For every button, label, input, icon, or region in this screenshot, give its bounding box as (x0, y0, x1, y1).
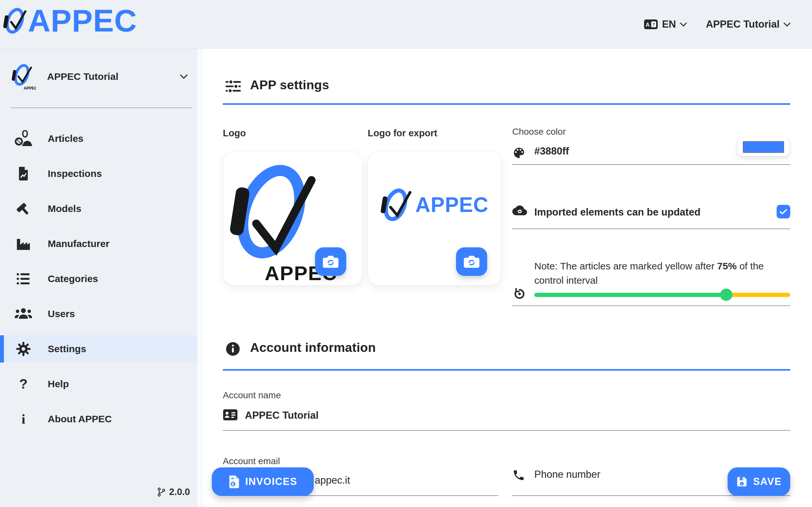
logo-export-upload-card[interactable]: APPEC (368, 151, 501, 286)
top-bar: APPEC A 7 EN APPEC Tutorial (0, 0, 812, 49)
account-name-field[interactable]: APPEC Tutorial (245, 410, 319, 421)
slider-fill-green (534, 293, 726, 297)
language-label: EN (662, 18, 676, 30)
main-content: APP settings Logo Logo for export Choose… (202, 49, 812, 507)
field-underline (512, 164, 790, 165)
sidebar-item-models[interactable]: Models (0, 195, 198, 222)
reload-export-logo-button[interactable] (456, 247, 487, 276)
color-swatch (743, 141, 784, 153)
svg-text:A: A (646, 22, 650, 28)
color-value-field[interactable]: #3880ff (534, 146, 569, 157)
sidebar-item-label: Users (48, 308, 75, 320)
sidebar-item-articles[interactable]: Articles (0, 125, 198, 152)
sidebar-nav: Articles Inspections (0, 125, 198, 433)
app-version: 2.0.0 (157, 487, 190, 497)
git-branch-icon (157, 487, 166, 497)
camera-sync-icon (464, 255, 479, 269)
svg-text:APPEC: APPEC (24, 86, 36, 91)
sidebar-item-label: Categories (48, 273, 98, 284)
cloud-sync-icon (512, 205, 527, 218)
language-selector[interactable]: A 7 EN (644, 18, 687, 30)
svg-text:7: 7 (653, 22, 655, 27)
imported-elements-checkbox[interactable] (776, 205, 790, 218)
sidebar-item-about[interactable]: i About APPEC (0, 405, 198, 433)
chevron-down-icon (783, 22, 791, 26)
sidebar-item-categories[interactable]: Categories (0, 265, 198, 292)
sidebar-item-inspections[interactable]: Inspections (0, 160, 198, 187)
account-email-label: Account email (223, 456, 280, 466)
slider-thumb[interactable] (720, 289, 732, 301)
chevron-down-icon (680, 22, 687, 26)
invoices-button-label: INVOICES (245, 476, 297, 488)
account-email-field[interactable]: appec.it (315, 474, 350, 486)
control-interval-note: Note: The articles are marked yellow aft… (534, 259, 794, 288)
app-logo-horizontal: APPEC (368, 183, 501, 227)
logo-label: Logo (223, 128, 246, 138)
palette-icon (512, 146, 526, 161)
sidebar-scrollbar[interactable] (197, 49, 202, 507)
list-icon (13, 272, 34, 286)
phone-number-field[interactable]: Phone number (534, 469, 600, 481)
sidebar-item-label: Models (48, 203, 81, 214)
sidebar-item-label: Articles (48, 133, 84, 144)
version-number: 2.0.0 (169, 487, 190, 497)
factory-icon (13, 237, 34, 250)
topbar-controls: A 7 EN APPEC Tutorial (644, 0, 791, 49)
sidebar-item-label: Help (48, 379, 69, 390)
save-button[interactable]: SAVE (727, 467, 790, 496)
chevron-down-icon (180, 74, 188, 79)
info-icon (225, 341, 240, 358)
sidebar-item-settings[interactable]: Settings (0, 335, 198, 362)
sidebar-item-users[interactable]: Users (0, 300, 198, 328)
sidebar: APPEC APPEC Tutorial Artic (0, 49, 202, 507)
account-menu-label: APPEC Tutorial (706, 18, 779, 30)
reload-logo-button[interactable] (315, 247, 346, 276)
account-name-label: Account name (223, 390, 281, 400)
app-settings-title: APP settings (250, 78, 329, 92)
invoices-button[interactable]: $ INVOICES (212, 467, 314, 496)
sidebar-item-label: Settings (48, 343, 86, 354)
check-icon (779, 207, 788, 216)
sidebar-item-help[interactable]: ? Help (0, 370, 198, 398)
account-menu[interactable]: APPEC Tutorial (706, 18, 791, 30)
app-logo: APPEC (3, 5, 137, 36)
sidebar-account-switcher[interactable]: APPEC APPEC Tutorial (0, 60, 198, 94)
sidebar-item-label: About APPEC (48, 413, 112, 425)
field-underline (223, 430, 790, 431)
note-percent-value: 75% (717, 261, 737, 271)
inspection-document-icon (13, 167, 34, 181)
control-interval-slider[interactable] (534, 293, 790, 297)
sidebar-account-label: APPEC Tutorial (47, 71, 118, 82)
field-underline (512, 228, 790, 229)
tune-sliders-icon (225, 79, 241, 95)
sidebar-item-label: Inspections (48, 168, 102, 179)
sidebar-divider (10, 107, 192, 108)
appec-settings-page: APPEC A 7 EN APPEC Tutorial (0, 0, 812, 507)
logo-upload-card[interactable]: APPEC (223, 151, 362, 286)
users-group-icon (13, 307, 34, 321)
logo-export-label: Logo for export (368, 128, 437, 138)
section-divider (223, 103, 790, 105)
hammer-icon (13, 201, 34, 216)
account-information-title: Account information (250, 340, 376, 355)
choose-color-label: Choose color (512, 127, 566, 137)
invoice-icon: $ (229, 475, 240, 489)
sidebar-item-manufacturer[interactable]: Manufacturer (0, 230, 198, 258)
info-letter-icon: i (13, 412, 34, 426)
gear-icon (13, 342, 34, 356)
color-swatch-picker[interactable] (738, 137, 789, 156)
history-icon (512, 287, 526, 302)
section-divider (223, 369, 790, 371)
phone-icon (512, 469, 525, 483)
sidebar-item-label: Manufacturer (48, 238, 109, 249)
save-button-label: SAVE (753, 476, 781, 488)
translate-icon: A 7 (644, 19, 658, 30)
articles-gear-icon (13, 130, 34, 147)
imported-elements-label: Imported elements can be updated (534, 207, 701, 218)
brand-wordmark: APPEC (28, 5, 137, 36)
save-floppy-icon (736, 476, 748, 488)
carabiner-logo-icon (3, 5, 27, 36)
question-mark-icon: ? (13, 377, 34, 391)
carabiner-logo-icon: APPEC (11, 62, 36, 91)
camera-sync-icon (323, 255, 339, 269)
